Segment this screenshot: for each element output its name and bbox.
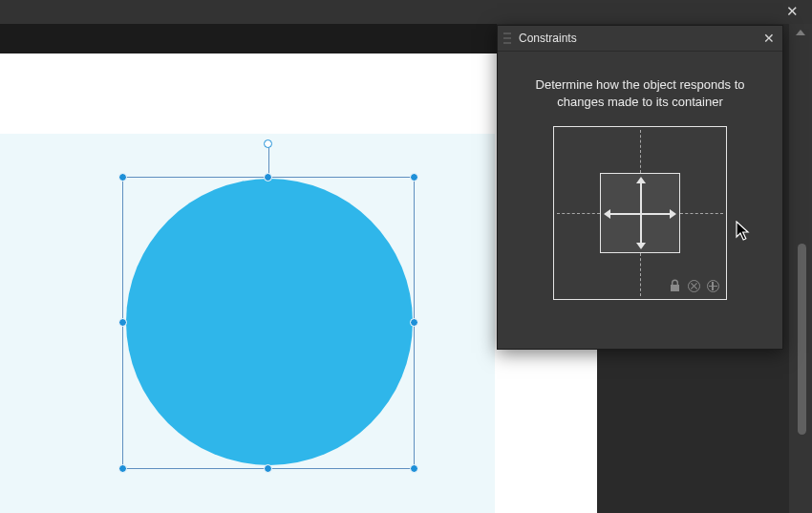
panel-grip-icon[interactable] [503, 32, 511, 44]
resize-handle-top-right[interactable] [410, 173, 418, 182]
lock-aspect-icon[interactable] [667, 278, 682, 293]
scrollbar-thumb[interactable] [798, 244, 806, 435]
app-close-icon[interactable]: ✕ [786, 4, 799, 18]
panel-title: Constraints [519, 32, 763, 45]
resize-handle-bottom-left[interactable] [118, 464, 127, 473]
panel-description-line2: changes made to its container [557, 95, 722, 109]
flex-width-arrow-left-icon [604, 209, 610, 219]
flex-width-arrow-right-icon [670, 209, 676, 219]
panel-description-line1: Determine how the object responds to [536, 77, 745, 92]
flex-height-toggle[interactable] [640, 180, 642, 246]
selection-bounding-box[interactable] [122, 177, 415, 469]
flex-height-arrow-up-icon [636, 177, 646, 183]
constraints-panel: Constraints ✕ Determine how the object r… [497, 25, 783, 350]
resize-handle-bottom-right[interactable] [410, 464, 418, 473]
app-titlebar: ✕ [0, 0, 812, 24]
constraints-diagram [553, 126, 727, 300]
resize-handle-top-left[interactable] [118, 173, 127, 182]
panel-description: Determine how the object responds to cha… [498, 52, 782, 126]
pin-top-toggle[interactable] [640, 130, 641, 173]
panel-header[interactable]: Constraints ✕ [498, 26, 782, 52]
resize-handle-left[interactable] [118, 318, 127, 327]
pin-left-toggle[interactable] [557, 213, 600, 214]
preset-stretch-icon[interactable] [705, 278, 720, 293]
document-tabs-bar [0, 24, 497, 53]
flex-height-arrow-down-icon [636, 243, 646, 249]
resize-handle-top[interactable] [264, 173, 272, 182]
preset-scale-icon[interactable] [686, 278, 701, 293]
scroll-up-icon[interactable] [796, 30, 805, 35]
pin-right-toggle[interactable] [680, 213, 723, 214]
constraints-inner-box [600, 173, 680, 253]
panel-close-icon[interactable]: ✕ [763, 31, 775, 46]
rotate-stem [268, 144, 269, 175]
rotate-handle[interactable] [264, 139, 272, 148]
constraint-preset-row [667, 278, 720, 293]
pin-bottom-toggle[interactable] [640, 253, 641, 296]
resize-handle-right[interactable] [410, 318, 418, 327]
right-gutter [789, 24, 812, 513]
resize-handle-bottom[interactable] [264, 464, 272, 473]
